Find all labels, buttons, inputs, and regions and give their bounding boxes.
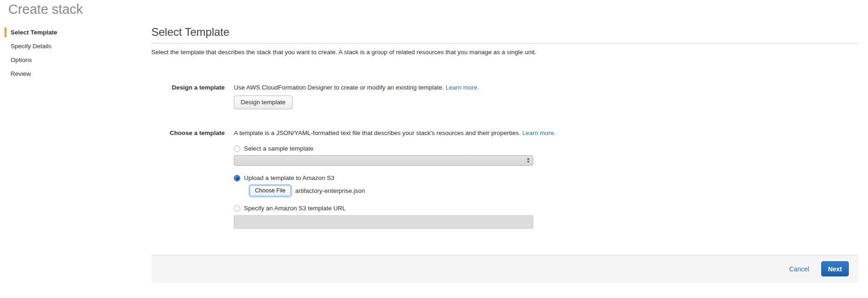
design-template-row: Design a template Use AWS CloudFormation… xyxy=(151,84,858,109)
design-template-content: Use AWS CloudFormation Designer to creat… xyxy=(234,84,858,109)
design-learn-more-link[interactable]: Learn more. xyxy=(446,84,479,91)
radio-select-sample-template[interactable]: Select a sample template xyxy=(234,145,858,152)
choose-template-text: A template is a JSON/YAML-formatted text… xyxy=(234,129,520,136)
design-template-text: Use AWS CloudFormation Designer to creat… xyxy=(234,84,444,91)
section-description: Select the template that describes the s… xyxy=(151,49,858,56)
sidebar-item-review[interactable]: Review xyxy=(5,69,151,79)
choose-file-button[interactable]: Choose File xyxy=(250,186,291,196)
design-template-button[interactable]: Design template xyxy=(234,96,293,109)
wizard-steps-sidebar: Select Template Specify Details Options … xyxy=(0,21,151,83)
sample-template-select[interactable]: ▲▼ xyxy=(234,155,533,166)
wizard-layout: Select Template Specify Details Options … xyxy=(0,21,868,282)
sidebar-item-label: Options xyxy=(11,56,32,63)
page-title: Create stack xyxy=(0,0,868,21)
design-template-label: Design a template xyxy=(151,84,234,91)
sidebar-item-label: Select Template xyxy=(11,29,57,36)
s3-url-input[interactable] xyxy=(234,215,533,229)
radio-label: Select a sample template xyxy=(244,145,314,152)
choose-template-label: Choose a template xyxy=(151,129,234,136)
radio-label: Upload a template to Amazon S3 xyxy=(244,174,334,181)
selected-file-name: artifactory-enterprise.json xyxy=(295,187,365,194)
radio-label: Specify an Amazon S3 template URL xyxy=(244,205,346,212)
select-stepper-icon: ▲▼ xyxy=(526,157,530,164)
radio-unselected-icon[interactable] xyxy=(234,205,240,212)
sidebar-item-label: Review xyxy=(11,70,31,77)
heading-divider xyxy=(151,43,858,44)
radio-selected-icon[interactable] xyxy=(234,175,240,181)
next-button[interactable]: Next xyxy=(821,261,849,276)
sidebar-item-select-template[interactable]: Select Template xyxy=(5,28,151,37)
sidebar-item-options[interactable]: Options xyxy=(5,55,151,65)
section-heading: Select Template xyxy=(151,26,858,39)
sidebar-item-specify-details[interactable]: Specify Details xyxy=(5,41,151,51)
choose-template-row: Choose a template A template is a JSON/Y… xyxy=(151,129,858,229)
radio-specify-url[interactable]: Specify an Amazon S3 template URL xyxy=(234,205,858,212)
radio-unselected-icon[interactable] xyxy=(234,146,240,152)
wizard-footer: Cancel Next xyxy=(151,255,858,282)
file-upload-row: Choose File artifactory-enterprise.json xyxy=(250,186,858,196)
choose-template-content: A template is a JSON/YAML-formatted text… xyxy=(234,129,858,229)
main-panel: Select Template Select the template that… xyxy=(151,21,868,282)
radio-upload-template[interactable]: Upload a template to Amazon S3 xyxy=(234,174,858,181)
cancel-button[interactable]: Cancel xyxy=(789,265,809,273)
sidebar-item-label: Specify Details xyxy=(11,43,51,50)
choose-learn-more-link[interactable]: Learn more. xyxy=(522,129,556,136)
